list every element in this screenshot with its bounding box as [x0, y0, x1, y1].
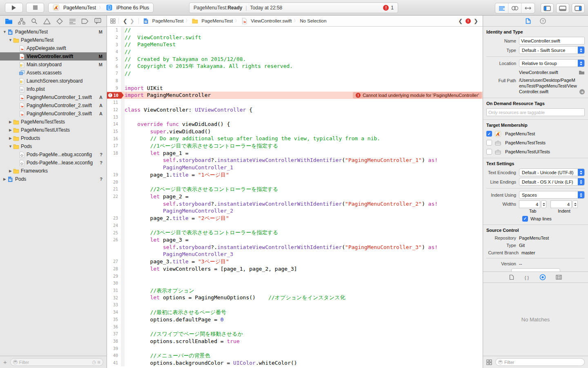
code-line-20[interactable]: 20 [107, 178, 483, 186]
file-row-launchscreen-storyboard[interactable]: LaunchScreen.storyboard [0, 77, 107, 85]
file-row-viewcontroller-swift[interactable]: ViewController.swiftM [0, 52, 107, 61]
standard-editor-button[interactable] [495, 3, 508, 13]
quick-help-tab-icon[interactable]: ? [540, 18, 546, 24]
code-line-8[interactable]: 8 [107, 77, 483, 85]
type-dropdown[interactable]: Default - Swift Source [519, 46, 585, 54]
code-line-35[interactable]: 35 options.defaultPage = 0 [107, 316, 483, 323]
code-line-31[interactable]: 31 //表示オプション [107, 287, 483, 294]
navigator-filter-field[interactable]: Filter ◷ ⧈ [10, 358, 103, 366]
code-line-18[interactable]: 18 let page_1 = [107, 150, 483, 157]
file-row-products[interactable]: ▶Products [0, 134, 107, 142]
disclosure-triangle-icon[interactable]: ▶ [8, 128, 13, 132]
code-line-17[interactable]: 17 //1ページ目で表示させるコントローラーを指定する [107, 142, 483, 150]
disclosure-triangle-icon[interactable]: ▶ [2, 177, 7, 181]
file-row-pods-pageme-lease-xcconfig[interactable]: Pods-PageMe...lease.xcconfig? [0, 159, 107, 167]
code-line-33[interactable]: 33 [107, 301, 483, 309]
toggle-navigator-button[interactable] [541, 3, 554, 13]
file-row-pagingmenucontroller-2-swift[interactable]: PagingMenuController_2.swiftA [0, 101, 107, 110]
wrap-lines-checkbox[interactable]: ✓ [522, 216, 528, 222]
code-line-34[interactable]: 34 //最初に表示させるページ番号 [107, 309, 483, 316]
go-forward-button[interactable]: ❯ [129, 18, 136, 24]
code-line-10[interactable]: import PagingMenuController!10!Cannot lo… [107, 92, 483, 99]
line-endings-dropdown[interactable]: Default - OS X / Unix (LF) [519, 178, 585, 186]
code-line-wrap[interactable]: PagingMenuController_3 [107, 251, 483, 258]
toggle-debug-area-button[interactable] [556, 3, 569, 13]
code-line-24[interactable]: 24 [107, 222, 483, 229]
file-row-pods[interactable]: ▶Pods? [0, 175, 107, 183]
disclosure-triangle-icon[interactable]: ▶ [8, 169, 13, 173]
code-line-11[interactable]: 11 [107, 99, 483, 106]
indent-width-stepper[interactable] [572, 200, 578, 208]
code-line-6[interactable]: 6// Copyright © 2015年 Takayama. All righ… [107, 63, 483, 70]
name-field[interactable] [519, 37, 585, 45]
code-line-15[interactable]: 15 super.viewDidLoad() [107, 128, 483, 135]
open-path-arrow-icon[interactable]: ➜ [579, 89, 585, 94]
source-code-editor[interactable]: 1//2// ViewController.swift3// PageMenuT… [107, 27, 483, 368]
error-line-badge[interactable]: !10 [107, 92, 124, 99]
code-line-37[interactable]: 37 //スワイプでページ間を移動させるか [107, 330, 483, 338]
debug-navigator-tab[interactable] [68, 17, 77, 26]
code-line-28[interactable]: 28 let viewControllers = [page_1, page_2… [107, 265, 483, 273]
project-navigator-tab[interactable] [4, 17, 13, 26]
object-library-icon[interactable] [539, 274, 546, 280]
file-template-library-icon[interactable] [509, 274, 514, 280]
code-line-5[interactable]: 5// Created by Takayama on 2015/12/08. [107, 56, 483, 63]
file-row-frameworks[interactable]: ▶Frameworks [0, 167, 107, 175]
scheme-selector[interactable]: A PageMenuTest 〉 iPhone 6s Plus [48, 3, 154, 13]
file-row-pods[interactable]: ▼Pods [0, 142, 107, 150]
code-line-19[interactable]: 19 page_1.title = "1ページ目" [107, 171, 483, 179]
go-back-button[interactable]: ❮ [122, 18, 129, 24]
code-line-7[interactable]: 7// [107, 70, 483, 77]
library-filter-field[interactable]: Filter [495, 358, 585, 366]
toggle-utilities-button[interactable] [572, 3, 585, 13]
code-line-12[interactable]: 12class ViewController: UIViewController… [107, 106, 483, 114]
file-row-pagemenutest[interactable]: ▼PageMenuTestM [0, 28, 107, 36]
file-row-pagemenutestuitests[interactable]: ▶PageMenuTestUITests [0, 126, 107, 134]
choose-location-folder-icon[interactable] [579, 70, 585, 75]
report-navigator-tab[interactable] [93, 17, 102, 26]
issue-navigator-tab[interactable] [42, 17, 51, 26]
code-line-30[interactable]: 30 [107, 280, 483, 287]
code-line-14[interactable]: 14 override func viewDidLoad() { [107, 121, 483, 128]
issue-badge-icon[interactable]: ! [466, 18, 471, 24]
test-navigator-tab[interactable] [55, 17, 64, 26]
search-navigator-tab[interactable] [30, 17, 39, 26]
code-line-26[interactable]: 26 let page_3 = [107, 236, 483, 244]
code-line-wrap[interactable]: self.storyboard?.instantiateViewControll… [107, 244, 483, 251]
text-encoding-dropdown[interactable]: Default - Unicode (UTF-8) [519, 168, 585, 176]
code-line-1[interactable]: 1// [107, 27, 483, 34]
file-row-info-plist[interactable]: Info.plist [0, 85, 107, 93]
code-line-29[interactable]: 29 [107, 272, 483, 280]
file-row-assets-xcassets[interactable]: Assets.xcassets [0, 69, 107, 77]
file-row-pagemenutest[interactable]: ▼PageMenuTest [0, 36, 107, 44]
disclosure-triangle-icon[interactable]: ▼ [8, 144, 13, 148]
run-button[interactable] [5, 3, 23, 13]
file-row-pagingmenucontroller-3-swift[interactable]: PagingMenuController_3.swiftA [0, 110, 107, 118]
tab-width-field[interactable]: 4 [519, 200, 540, 208]
odr-tags-field[interactable] [486, 108, 585, 116]
code-line-wrap[interactable]: self.storyboard?.instantiateViewControll… [107, 200, 483, 208]
stop-button[interactable] [26, 3, 44, 13]
symbol-navigator-tab[interactable] [17, 17, 26, 26]
code-line-40[interactable]: 40 //メニューバーの背景色 [107, 352, 483, 359]
code-line-3[interactable]: 3// PageMenuTest [107, 41, 483, 48]
code-line-wrap[interactable]: PagingMenuController_1 [107, 164, 483, 171]
code-line-27[interactable]: 27 page_3.title = "3ページ目" [107, 258, 483, 265]
media-library-icon[interactable] [556, 275, 562, 280]
breadcrumb-file[interactable]: ViewController.swift [251, 18, 292, 23]
file-row-appdelegate-swift[interactable]: AppDelegate.swift [0, 44, 107, 52]
breakpoint-navigator-tab[interactable] [80, 17, 89, 26]
code-line-38[interactable]: 38 options.scrollEnabled = true [107, 338, 483, 345]
code-line-21[interactable]: 21 //2ページ目で表示させるコントローラーを指定する [107, 186, 483, 193]
source-control-status-icon[interactable]: ⧈ [98, 359, 100, 365]
code-line-9[interactable]: 9import UIKit [107, 85, 483, 92]
error-count-icon[interactable]: ! [383, 5, 389, 11]
recent-files-icon[interactable]: ◷ [92, 359, 96, 365]
previous-issue-button[interactable]: ❮ [457, 18, 464, 24]
code-line-41[interactable]: 41 options.backgroundColor = UIColor.whi… [107, 359, 483, 367]
file-row-pagemenutesttests[interactable]: ▶PageMenuTestTests [0, 118, 107, 126]
target-checkbox[interactable] [486, 149, 492, 155]
disclosure-triangle-icon[interactable]: ▶ [8, 136, 13, 140]
code-line-13[interactable]: 13 [107, 113, 483, 121]
code-line-16[interactable]: 16 // Do any additional setup after load… [107, 135, 483, 142]
